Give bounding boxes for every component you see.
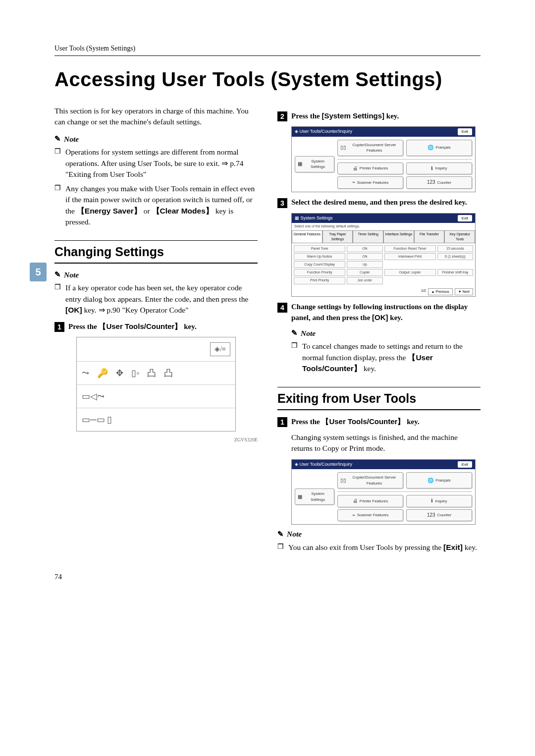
counter-button[interactable]: 123Counter bbox=[406, 176, 472, 189]
tab-timer[interactable]: Timer Setting bbox=[353, 230, 383, 243]
note-list: Operations for system settings are diffe… bbox=[54, 147, 258, 227]
system-settings-button[interactable]: ▦System Settings bbox=[295, 156, 334, 172]
next-button[interactable]: ▼ Next bbox=[455, 288, 473, 295]
system-settings-screenshot: ▦ System Settings Exit Select one of the… bbox=[291, 213, 476, 297]
note-item: Operations for system settings are diffe… bbox=[54, 147, 258, 180]
system-settings-button[interactable]: ▦System Settings bbox=[295, 488, 334, 505]
system-settings-key: [System Settings] bbox=[321, 111, 384, 120]
setting-label[interactable]: Warm Up Notice bbox=[294, 253, 345, 260]
page-number: 74 bbox=[54, 573, 481, 581]
printer-features-button[interactable]: 🖨Printer Features bbox=[337, 162, 403, 175]
exit-key: [Exit] bbox=[443, 543, 463, 551]
setting-label[interactable]: Copy Count Display bbox=[294, 261, 345, 268]
inquiry-button[interactable]: ℹInquiry bbox=[406, 495, 472, 507]
info-icon: ℹ bbox=[431, 165, 433, 172]
user-tools-counter-screenshot: ◈ User Tools/Counter/Inquiry Exit ▦Syste… bbox=[291, 459, 476, 525]
setting-value: Up bbox=[347, 261, 382, 268]
tab-interface[interactable]: Interface Settings bbox=[383, 230, 414, 243]
duplex-icon: ▭◁⤳ bbox=[82, 390, 105, 403]
step-number-icon: 1 bbox=[54, 322, 64, 332]
changing-settings-heading: Changing Settings bbox=[54, 240, 258, 264]
pencil-icon: ✎ bbox=[54, 134, 61, 145]
note-list: If a key operator code has been set, the… bbox=[54, 282, 258, 316]
screenshot-title: ◈ User Tools/Counter/Inquiry bbox=[295, 128, 352, 135]
note-heading: ✎ Note bbox=[54, 134, 258, 145]
copier-icon: ▯▯ bbox=[340, 144, 346, 152]
note-label: Note bbox=[64, 134, 79, 145]
user-tools-key-icon: ◈/≡ bbox=[210, 342, 230, 356]
setting-label[interactable]: Panel Tone bbox=[294, 245, 345, 252]
globe-icon: 🌐 bbox=[428, 144, 433, 152]
counter-icon: 123 bbox=[427, 179, 435, 186]
language-button[interactable]: 🌐Français bbox=[406, 140, 472, 156]
settings-rows: Panel Tone ON Function Reset Timer 15 se… bbox=[292, 243, 475, 287]
exit-body-text: Changing system settings is finished, an… bbox=[291, 432, 481, 454]
setting-value: ON bbox=[347, 245, 382, 252]
step-1: 1 Press the User Tools/Counter key. bbox=[54, 321, 258, 332]
step-2: 2 Press the [System Settings] key. bbox=[277, 110, 481, 121]
ok-key: [OK] bbox=[65, 306, 82, 314]
setting-value: Copier bbox=[347, 269, 382, 276]
note-item: If a key operator code has been set, the… bbox=[54, 282, 258, 316]
output-icon: 凸 bbox=[164, 367, 173, 379]
tab-file-transfer[interactable]: File Transfer bbox=[414, 230, 445, 243]
tab-tray-paper[interactable]: Tray Paper Settings bbox=[322, 230, 353, 243]
step-4: 4 Change settings by following instructi… bbox=[277, 302, 481, 323]
image-id: ZGVS320E bbox=[54, 436, 258, 444]
copier-doc-server-button[interactable]: ▯▯Copier/Document Server Features bbox=[337, 472, 403, 488]
page-indicator: 1/2 bbox=[421, 288, 426, 295]
exit-button[interactable]: Exit bbox=[458, 461, 472, 468]
scanner-icon: ⌁ bbox=[352, 512, 355, 519]
printer-icon: 🖨 bbox=[353, 165, 358, 172]
scanner-features-button[interactable]: ⌁Scanner Features bbox=[337, 509, 403, 522]
step-3: 3 Select the desired menu, and then pres… bbox=[277, 197, 481, 208]
setting-label[interactable]: Print Priority bbox=[294, 277, 345, 284]
inquiry-button[interactable]: ℹInquiry bbox=[406, 162, 472, 175]
info-icon: ℹ bbox=[431, 497, 433, 505]
left-column: This section is for key operators in cha… bbox=[54, 106, 258, 558]
setting-label[interactable]: Interleave Print bbox=[384, 253, 436, 260]
ok-key: [OK] bbox=[372, 313, 388, 322]
printer-features-button[interactable]: 🖨Printer Features bbox=[337, 495, 403, 507]
setting-label[interactable]: Output: copier bbox=[384, 269, 436, 276]
gear-box-icon: ▦ bbox=[298, 161, 302, 168]
setting-label[interactable]: Function Priority bbox=[294, 269, 345, 276]
cp-icon-row: ▭─▭ ▯ bbox=[77, 408, 235, 431]
running-header: User Tools (System Settings) bbox=[54, 45, 481, 56]
screenshot-title: ▦ System Settings bbox=[295, 215, 333, 222]
note-item: You can also exit from User Tools by pre… bbox=[277, 542, 481, 553]
page-icon: ▯◦ bbox=[131, 367, 139, 379]
screenshot-title: ◈ User Tools/Counter/Inquiry bbox=[295, 461, 352, 468]
exit-button[interactable]: Exit bbox=[458, 128, 472, 135]
setting-value: 15 seconds bbox=[437, 245, 473, 252]
pencil-icon: ✎ bbox=[291, 328, 298, 339]
note-item: To cancel changes made to settings and r… bbox=[291, 341, 481, 374]
step-number-icon: 3 bbox=[277, 198, 287, 208]
gear-box-icon: ▦ bbox=[298, 493, 302, 501]
scanner-features-button[interactable]: ⌁Scanner Features bbox=[337, 176, 403, 189]
step-number-icon: 2 bbox=[277, 111, 287, 121]
pencil-icon: ✎ bbox=[277, 529, 284, 540]
setting-label[interactable]: Function Reset Timer bbox=[384, 245, 436, 252]
control-panel-illustration: ◈/≡ ⤳ 🔑 ✥ ▯◦ 凸 凸 ▭◁⤳ ▭─▭ ▯ bbox=[76, 337, 236, 432]
counter-button[interactable]: 123Counter bbox=[406, 509, 472, 522]
note-list: To cancel changes made to settings and r… bbox=[291, 341, 481, 374]
settings-tabs: General Features Tray Paper Settings Tim… bbox=[292, 230, 475, 243]
intro-text: This section is for key operators in cha… bbox=[54, 106, 258, 128]
exit-button[interactable]: Exit bbox=[458, 215, 472, 222]
tab-general[interactable]: General Features bbox=[292, 230, 322, 243]
tab-key-operator[interactable]: Key Operator Tools bbox=[444, 230, 475, 243]
note-heading: ✎ Note bbox=[277, 529, 481, 540]
exiting-heading: Exiting from User Tools bbox=[277, 387, 481, 410]
indicator-icon: ⤳ bbox=[82, 367, 89, 379]
previous-button[interactable]: ▲ Previous bbox=[428, 288, 453, 295]
note-label: Note bbox=[301, 328, 316, 339]
language-button[interactable]: 🌐Français bbox=[406, 472, 472, 488]
slider-icon: ▭─▭ ▯ bbox=[82, 413, 112, 426]
note-label: Note bbox=[287, 529, 302, 540]
exit-step-1: 1 Press the User Tools/Counter key. bbox=[277, 416, 481, 427]
counter-icon: 123 bbox=[427, 512, 435, 519]
note-item: Any changes you make with User Tools rem… bbox=[54, 183, 258, 228]
setting-value: Job order bbox=[347, 277, 382, 284]
copier-doc-server-button[interactable]: ▯▯Copier/Document Server Features bbox=[337, 140, 403, 156]
